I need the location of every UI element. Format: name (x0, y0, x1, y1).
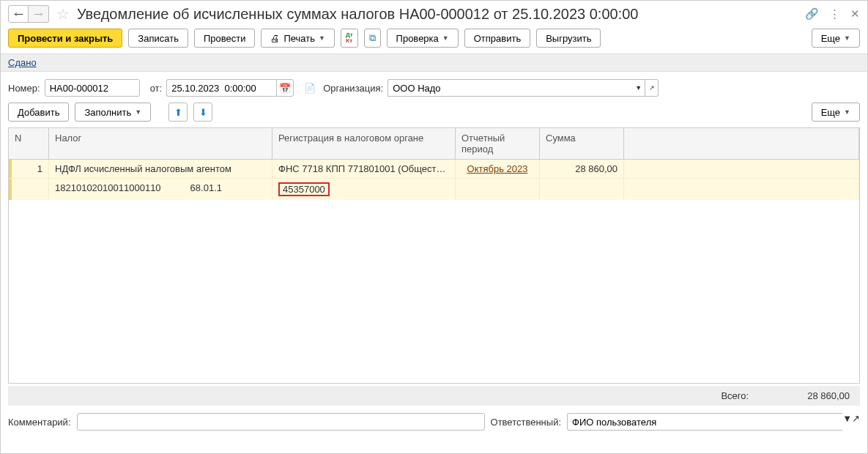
cell-period: Октябрь 2023 (456, 160, 540, 178)
col-header-tax[interactable]: Налог (49, 128, 272, 159)
dtkt-icon: ДтКт (346, 32, 353, 44)
kebab-menu-icon[interactable]: ⋮ (829, 7, 840, 21)
number-input[interactable] (45, 79, 140, 97)
col-header-sum[interactable]: Сумма (540, 128, 624, 159)
status-link[interactable]: Сдано (8, 57, 37, 68)
cell-kbk: 18210102010011000110 (55, 182, 161, 196)
cell-reg: ФНС 7718 КПП 771801001 (Общест… (272, 160, 456, 178)
printer-icon: 🖨 (270, 33, 280, 44)
save-button[interactable]: Записать (128, 29, 188, 48)
move-up-button[interactable]: ⬆ (168, 103, 188, 122)
post-and-close-button[interactable]: Провести и закрыть (8, 29, 122, 48)
table-more-button[interactable]: Еще ▼ (812, 103, 860, 122)
tree-icon: ⧉ (369, 32, 376, 44)
structure-button[interactable]: ⧉ (364, 29, 381, 48)
chevron-down-icon: ▼ (844, 34, 850, 42)
send-button[interactable]: Отправить (464, 29, 530, 48)
cell-account: 68.01.1 (190, 182, 222, 196)
col-header-reg[interactable]: Регистрация в налоговом органе (272, 128, 456, 159)
org-open-button[interactable]: ↗ (645, 79, 659, 97)
org-label: Организация: (323, 83, 383, 94)
calendar-icon: 📅 (279, 83, 291, 94)
move-down-button[interactable]: ⬇ (193, 103, 212, 122)
chevron-down-icon: ▼ (844, 108, 850, 116)
favorite-star-icon[interactable]: ☆ (56, 5, 70, 23)
chevron-down-icon: ▼ (319, 34, 325, 42)
chevron-down-icon: ▼ (442, 34, 449, 42)
more-button[interactable]: Еще ▼ (812, 29, 860, 48)
responsible-label: Ответственный: (491, 417, 561, 428)
link-icon[interactable]: 🔗 (805, 7, 819, 21)
fill-button[interactable]: Заполнить ▼ (75, 103, 151, 122)
calendar-button[interactable]: 📅 (276, 79, 294, 97)
col-header-rest (624, 128, 859, 159)
table-row[interactable]: 1 НДФЛ исчисленный налоговым агентом ФНС… (9, 160, 859, 179)
comment-input[interactable] (77, 413, 485, 431)
col-header-n[interactable]: N (9, 128, 49, 159)
cell-n: 1 (9, 160, 49, 178)
date-input[interactable] (166, 79, 276, 97)
org-dropdown-button[interactable]: ▼ (632, 79, 645, 97)
window-title: Уведомление об исчисленных суммах налого… (77, 6, 801, 23)
dtkt-button[interactable]: ДтКт (341, 29, 358, 48)
from-label: от: (150, 83, 163, 94)
cell-oktmo: 45357000 (278, 182, 330, 196)
print-button[interactable]: 🖨 Печать ▼ (261, 29, 335, 48)
export-button[interactable]: Выгрузить (536, 29, 601, 48)
responsible-dropdown-button[interactable]: ▼ (842, 413, 852, 431)
col-header-period[interactable]: Отчетный период (456, 128, 540, 159)
check-button[interactable]: Проверка ▼ (387, 29, 459, 48)
close-icon[interactable]: ✕ (850, 7, 860, 21)
number-label: Номер: (8, 83, 40, 94)
responsible-input[interactable] (567, 413, 842, 431)
cell-sum: 28 860,00 (540, 160, 624, 178)
org-input[interactable] (387, 79, 632, 97)
table-subrow[interactable]: 18210102010011000110 68.01.1 45357000 (9, 179, 859, 200)
responsible-open-button[interactable]: ↗ (852, 413, 860, 431)
nav-forward-button[interactable]: 🡒 (29, 5, 49, 23)
document-status-icon[interactable]: 📄 (304, 83, 316, 94)
tax-table[interactable]: N Налог Регистрация в налоговом органе О… (8, 127, 860, 384)
add-button[interactable]: Добавить (8, 103, 69, 122)
totals-value: 28 860,00 (807, 390, 850, 401)
comment-label: Комментарий: (8, 417, 71, 428)
totals-label: Всего: (721, 390, 749, 401)
nav-back-button[interactable]: 🡐 (8, 5, 29, 23)
chevron-down-icon: ▼ (135, 108, 141, 116)
post-button[interactable]: Провести (194, 29, 256, 48)
cell-tax: НДФЛ исчисленный налоговым агентом (49, 160, 272, 178)
